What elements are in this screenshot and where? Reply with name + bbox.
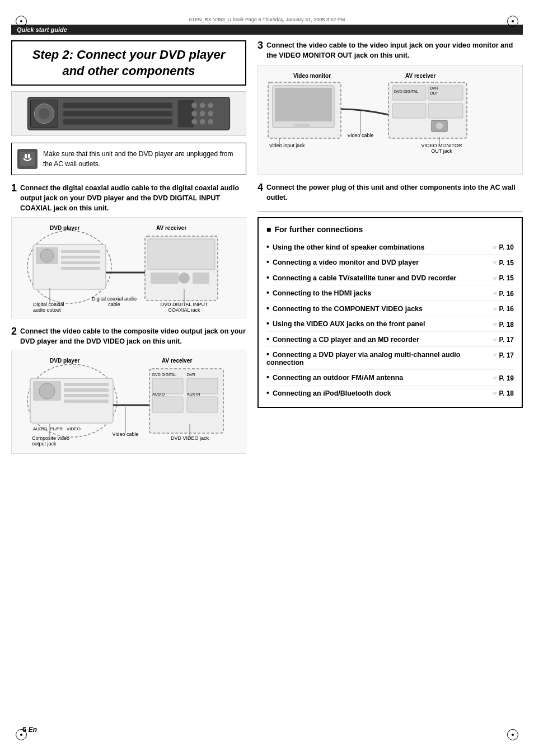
- svg-text:audio output: audio output: [33, 307, 61, 312]
- svg-text:AUDIO: AUDIO: [152, 392, 165, 396]
- further-item-desc: •Connecting a DVD player via analog mult…: [266, 350, 487, 367]
- plug-icon: [19, 151, 36, 167]
- corner-mark-tr: [507, 16, 518, 27]
- svg-text:DVR: DVR: [187, 373, 195, 377]
- step-3-svg: Video monitor AV receiver DVD DIGITAL: [263, 70, 470, 168]
- step-1-number: 1: [11, 183, 17, 194]
- page-ref-icon: ☞: [493, 260, 498, 266]
- svg-point-16: [208, 119, 213, 125]
- page-ref-text: P. 17: [499, 336, 514, 344]
- svg-point-10: [208, 103, 213, 109]
- further-connections-item[interactable]: •Connecting a DVD player via analog mult…: [266, 347, 514, 370]
- device-svg: [12, 92, 246, 135]
- svg-text:OUT: OUT: [430, 91, 439, 95]
- step-3-text: Connect the video cable to the video inp…: [266, 40, 523, 60]
- svg-rect-29: [61, 267, 100, 270]
- corner-mark-tl: [16, 16, 27, 27]
- further-connections-item[interactable]: •Connecting an iPod/Bluetooth dock ☞ P. …: [266, 386, 514, 401]
- further-item-desc: •Connecting an iPod/Bluetooth dock: [266, 388, 487, 397]
- bullet: •: [266, 288, 269, 297]
- further-connections-item[interactable]: •Connecting a video monitor and DVD play…: [266, 255, 514, 270]
- further-item-page: ☞ P. 17: [493, 351, 514, 359]
- svg-rect-85: [392, 104, 426, 118]
- svg-text:AV receiver: AV receiver: [405, 73, 435, 79]
- svg-text:Video input jack: Video input jack: [269, 143, 305, 148]
- further-connections-item[interactable]: •Connecting an outdoor FM/AM antenna ☞ P…: [266, 370, 514, 386]
- further-connections-title: For further connections: [266, 225, 514, 234]
- svg-point-3: [39, 108, 50, 119]
- left-column: Step 2: Connect your DVD player and othe…: [11, 40, 246, 462]
- further-connections-item[interactable]: •Connecting to the COMPONENT VIDEO jacks…: [266, 301, 514, 317]
- further-item-desc: •Using the VIDEO AUX jacks on the front …: [266, 319, 487, 328]
- bullet: •: [266, 242, 269, 251]
- svg-rect-51: [64, 388, 109, 392]
- svg-point-25: [40, 249, 54, 262]
- step-1-svg: DVD player AV receiver: [16, 222, 229, 312]
- svg-point-49: [39, 383, 55, 399]
- svg-rect-31: [148, 239, 215, 270]
- divider: [257, 211, 523, 212]
- page-ref-icon: ☞: [493, 321, 498, 327]
- further-connections-item[interactable]: •Connecting a CD player and an MD record…: [266, 332, 514, 348]
- page-ref-icon: ☞: [493, 306, 498, 312]
- further-connections-item[interactable]: •Using the other kind of speaker combina…: [266, 240, 514, 255]
- page-ref-icon: ☞: [493, 290, 498, 297]
- svg-text:AUX IN: AUX IN: [187, 392, 200, 396]
- svg-text:PL/PR: PL/PR: [50, 426, 63, 431]
- further-item-page: ☞ P. 15: [493, 274, 514, 282]
- svg-rect-50: [64, 383, 109, 386]
- svg-text:DVD DIGITAL: DVD DIGITAL: [152, 373, 177, 377]
- svg-rect-26: [61, 250, 100, 253]
- step-3-header: 3 Connect the video cable to the video i…: [257, 40, 523, 60]
- svg-rect-77: [275, 88, 332, 121]
- page-ref-text: P. 16: [499, 290, 514, 298]
- step-1-diagram: DVD player AV receiver: [11, 217, 246, 318]
- main-content: Step 2: Connect your DVD player and othe…: [11, 40, 523, 462]
- further-connections-item[interactable]: •Connecting to the HDMI jacks ☞ P. 16: [266, 285, 514, 301]
- page-ref-text: P. 18: [499, 389, 514, 397]
- svg-text:AUDIO: AUDIO: [33, 426, 47, 431]
- svg-rect-86: [428, 104, 463, 118]
- svg-point-12: [200, 111, 205, 116]
- svg-point-9: [200, 103, 205, 109]
- svg-point-33: [179, 273, 190, 284]
- svg-rect-27: [61, 256, 100, 259]
- further-connections-title-text: For further connections: [274, 225, 363, 234]
- title-box: Step 2: Connect your DVD player and othe…: [11, 40, 246, 86]
- svg-text:OUT jack: OUT jack: [431, 148, 452, 154]
- corner-mark-br: [507, 729, 518, 740]
- step-1-text: Connect the digital coaxial audio cable …: [20, 183, 246, 213]
- bullet: •: [266, 388, 269, 397]
- further-item-desc: •Connecting a CD player and an MD record…: [266, 335, 487, 344]
- svg-text:DVR: DVR: [430, 86, 438, 90]
- svg-text:COAXIAL jack: COAXIAL jack: [168, 307, 200, 312]
- further-item-desc: •Using the other kind of speaker combina…: [266, 242, 487, 251]
- bullet: •: [266, 373, 269, 382]
- further-connections-item[interactable]: •Connecting a cable TV/satellite tuner a…: [266, 270, 514, 286]
- svg-rect-78: [293, 124, 310, 128]
- svg-rect-32: [151, 273, 179, 284]
- further-item-page: ☞ P. 19: [493, 374, 514, 382]
- page: 01EN_RX-V363_U.book Page 6 Thursday, Jan…: [0, 0, 534, 756]
- step-1-header: 1 Connect the digital coaxial audio cabl…: [11, 183, 246, 213]
- svg-rect-5: [63, 111, 172, 116]
- further-item-page: ☞ P. 17: [493, 336, 514, 344]
- warning-box: Make sure that this unit and the DVD pla…: [11, 143, 246, 175]
- further-item-desc: •Connecting a video monitor and DVD play…: [266, 257, 487, 266]
- step-3: 3 Connect the video cable to the video i…: [257, 40, 523, 175]
- step-4-text: Connect the power plug of this unit and …: [266, 182, 523, 203]
- step-4-number: 4: [257, 182, 263, 194]
- step-3-number: 3: [257, 40, 263, 51]
- file-metadata: 01EN_RX-V363_U.book Page 6 Thursday, Jan…: [11, 17, 523, 22]
- svg-text:output jack: output jack: [32, 441, 57, 447]
- step-4: 4 Connect the power plug of this unit an…: [257, 182, 523, 203]
- further-connections-item[interactable]: •Using the VIDEO AUX jacks on the front …: [266, 316, 514, 332]
- further-item-desc: •Connecting an outdoor FM/AM antenna: [266, 373, 487, 382]
- page-title: Step 2: Connect your DVD player and othe…: [21, 47, 237, 79]
- svg-point-15: [200, 119, 205, 125]
- page-ref-text: P. 10: [499, 243, 514, 251]
- svg-text:cable: cable: [108, 302, 120, 307]
- page-ref-icon: ☞: [493, 337, 498, 343]
- svg-rect-6: [63, 119, 172, 125]
- further-item-page: ☞ P. 18: [493, 321, 514, 328]
